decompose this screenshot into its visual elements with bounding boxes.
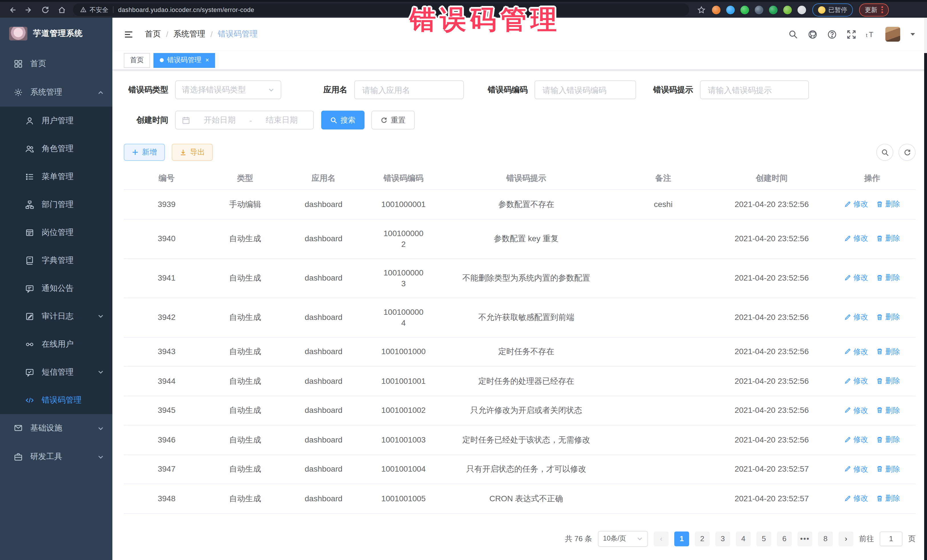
edit-link[interactable]: 修改 [844, 233, 868, 244]
page-button-4[interactable]: 4 [736, 531, 751, 546]
github-icon[interactable] [808, 29, 818, 39]
font-size-icon[interactable]: tT [866, 29, 876, 39]
sidebar-item-角色管理[interactable]: 角色管理 [0, 135, 112, 162]
forward-icon[interactable] [24, 5, 33, 14]
sidebar-item-字典管理[interactable]: 字典管理 [0, 246, 112, 274]
collapse-sidebar-icon[interactable] [124, 29, 134, 39]
add-button[interactable]: 新增 [124, 144, 165, 161]
sidebar-item-在线用户[interactable]: 在线用户 [0, 330, 112, 358]
sidebar-item-错误码管理[interactable]: 错误码管理 [0, 386, 112, 414]
error-hint-field[interactable] [700, 80, 809, 99]
more-pages-button[interactable]: ••• [798, 531, 812, 546]
help-icon[interactable] [827, 29, 837, 39]
bookmark-star-icon[interactable] [697, 5, 706, 14]
breadcrumb-home[interactable]: 首页 [145, 29, 161, 39]
user-avatar[interactable] [885, 27, 900, 42]
delete-link[interactable]: 删除 [876, 375, 900, 386]
sidebar-item-系统管理[interactable]: 系统管理 [0, 78, 112, 107]
search-icon[interactable] [789, 29, 798, 39]
extension-proxy-on[interactable] [769, 5, 778, 14]
error-hint-input[interactable] [707, 85, 802, 95]
date-range-picker[interactable]: 开始日期 - 结束日期 [175, 111, 314, 129]
edit-link[interactable]: 修改 [844, 405, 868, 416]
reset-button[interactable]: 重置 [371, 111, 415, 129]
edit-link[interactable]: 修改 [844, 375, 868, 386]
page-button-5[interactable]: 5 [757, 531, 771, 546]
edit-link[interactable]: 修改 [844, 272, 868, 283]
cell: 定时任务不存在 [441, 337, 612, 366]
goto-page-input[interactable] [880, 531, 903, 546]
page-size-select[interactable]: 10条/页 [598, 531, 648, 546]
edit-link[interactable]: 修改 [844, 463, 868, 474]
profile-paused-badge[interactable]: 已暂停 [812, 3, 853, 16]
chevron-down-icon[interactable] [910, 31, 916, 37]
update-button[interactable]: 更新 [859, 3, 889, 16]
sidebar-item-用户管理[interactable]: 用户管理 [0, 107, 112, 135]
sidebar-item-部门管理[interactable]: 部门管理 [0, 190, 112, 219]
app-name-input[interactable] [361, 85, 457, 95]
badge-icon [25, 228, 34, 237]
delete-link[interactable]: 删除 [876, 434, 900, 445]
delete-link[interactable]: 删除 [876, 463, 900, 474]
prev-page-button[interactable]: ‹ [654, 531, 669, 546]
delete-link[interactable]: 删除 [876, 312, 900, 322]
delete-link[interactable]: 删除 [876, 199, 900, 209]
export-button[interactable]: 导出 [172, 144, 213, 161]
extension-blue-gem[interactable] [726, 5, 735, 14]
home-icon[interactable] [58, 5, 66, 14]
sidebar-item-首页[interactable]: 首页 [0, 50, 112, 78]
edit-link[interactable]: 修改 [844, 199, 868, 209]
edit-link[interactable]: 修改 [844, 346, 868, 357]
back-icon[interactable] [8, 5, 17, 14]
refresh-table-button[interactable] [898, 144, 916, 161]
extension-green-person[interactable] [783, 5, 792, 14]
page-button-6[interactable]: 6 [777, 531, 792, 546]
breadcrumb-system[interactable]: 系统管理 [173, 29, 205, 39]
extension-grid[interactable] [755, 5, 763, 14]
edit-link[interactable]: 修改 [844, 493, 868, 504]
sidebar-item-基础设施[interactable]: 基础设施 [0, 414, 112, 443]
reload-icon[interactable] [41, 5, 50, 14]
error-code-field[interactable] [535, 80, 636, 99]
extension-green-y[interactable] [740, 5, 749, 14]
search-button[interactable]: 搜索 [321, 111, 365, 129]
breadcrumb: 首页 / 系统管理 / 错误码管理 [145, 29, 258, 39]
sidebar-item-审计日志[interactable]: 审计日志 [0, 302, 112, 330]
error-code-input[interactable] [541, 85, 629, 95]
end-date[interactable]: 结束日期 [257, 115, 307, 125]
fullscreen-icon[interactable] [846, 29, 856, 39]
tab-home[interactable]: 首页 [124, 53, 150, 68]
next-page-button[interactable]: › [839, 531, 853, 546]
sidebar-item-岗位管理[interactable]: 岗位管理 [0, 219, 112, 246]
security-warning[interactable]: 不安全 [80, 5, 108, 14]
sidebar-item-label: 岗位管理 [42, 227, 74, 238]
scrollbar-thumb[interactable] [924, 18, 927, 53]
browser-menu-icon[interactable] [881, 6, 883, 13]
edit-link[interactable]: 修改 [844, 434, 868, 445]
edit-link[interactable]: 修改 [844, 312, 868, 322]
app-name-field[interactable] [354, 80, 464, 99]
sidebar-item-短信管理[interactable]: 短信管理 [0, 358, 112, 386]
sidebar-item-通知公告[interactable]: 通知公告 [0, 274, 112, 302]
delete-link[interactable]: 删除 [876, 346, 900, 357]
show-search-icon-button[interactable] [876, 144, 894, 161]
delete-link[interactable]: 删除 [876, 233, 900, 244]
close-tab-icon[interactable]: × [205, 57, 209, 63]
window-scrollbar[interactable] [924, 18, 927, 560]
page-button-8[interactable]: 8 [818, 531, 833, 546]
sidebar-item-菜单管理[interactable]: 菜单管理 [0, 162, 112, 190]
delete-link[interactable]: 删除 [876, 405, 900, 416]
app-logo[interactable]: 芋道管理系统 [0, 18, 112, 50]
page-button-2[interactable]: 2 [695, 531, 710, 546]
tab-error-code[interactable]: 错误码管理 × [153, 53, 215, 68]
extension-orange-target[interactable] [712, 5, 720, 14]
start-date[interactable]: 开始日期 [195, 115, 245, 125]
page-button-3[interactable]: 3 [715, 531, 730, 546]
sidebar-item-研发工具[interactable]: 研发工具 [0, 443, 112, 471]
address-bar[interactable]: 不安全 dashboard.yudao.iocoder.cn/system/er… [73, 3, 689, 16]
delete-link[interactable]: 删除 [876, 493, 900, 504]
extension-puzzle[interactable] [798, 5, 806, 14]
page-button-1[interactable]: 1 [674, 531, 689, 546]
error-type-select[interactable]: 请选择错误码类型 [175, 80, 281, 99]
delete-link[interactable]: 删除 [876, 272, 900, 283]
